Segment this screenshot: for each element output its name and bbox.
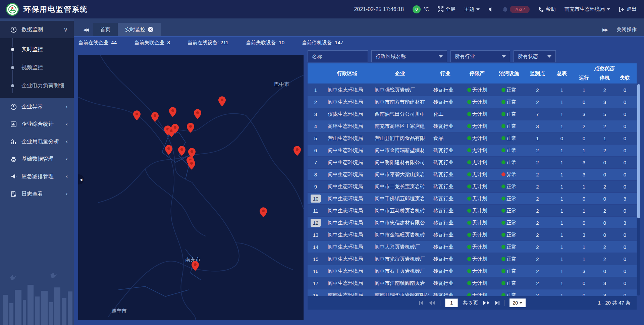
bullet-dot-icon: [10, 65, 15, 70]
cell-company: 阆中市金博瑞新型墙材: [371, 145, 429, 156]
map-panel[interactable]: 巴中市南充市遂宁市 ◀: [78, 55, 304, 320]
first-page-button[interactable]: [419, 301, 424, 305]
sidebar-item-enterprise-abnormal[interactable]: 企业异常‹: [0, 98, 74, 115]
status-green-icon: [501, 100, 505, 104]
industry-select[interactable]: 所有行业: [450, 50, 510, 62]
sidebar-item-power-usage-analysis[interactable]: 企业用电量分析‹: [0, 133, 74, 150]
cell-stopped-count: 0: [594, 169, 615, 180]
map-marker-icon[interactable]: [187, 123, 194, 133]
table-row[interactable]: 17阆中生态环境局阆中市江南镇阆南页岩砖瓦行业无计划正常21030: [308, 277, 637, 289]
status-green-icon: [501, 281, 505, 285]
cell-index: 7: [308, 157, 324, 168]
table-row[interactable]: 18南部生态环境局南部县瑞华页岩砖有限公砖瓦行业无计划正常21030: [308, 289, 637, 296]
megaphone-icon: [10, 173, 17, 180]
cell-run-count: 1: [574, 145, 594, 156]
map-marker-icon[interactable]: [194, 109, 201, 119]
map-city-label: 遂宁市: [112, 308, 127, 314]
sidebar-subitem-video-monitor[interactable]: 视频监控: [0, 58, 74, 76]
table-row[interactable]: 15阆中生态环境局阆中市光富页岩机砖厂砖瓦行业无计划正常21120: [308, 253, 637, 265]
sidebar-item-emergency-reduction[interactable]: 应急减排管理‹: [0, 168, 74, 185]
page-number-input[interactable]: [445, 299, 458, 307]
fullscreen-button[interactable]: 全屏: [438, 6, 455, 12]
table-row[interactable]: 14阆中生态环境局阆中大兴页岩机砖厂砖瓦行业无计划正常21120: [308, 241, 637, 253]
tab-bar: ◀◀ 首页实时监控✕ ▶▶ 关闭操作: [74, 18, 644, 36]
table-row[interactable]: 12阆中生态环境局阆中市忠信建材有限公砖瓦行业无计划正常21003: [308, 217, 637, 228]
column-header-region: 行政区域: [324, 63, 371, 84]
sidebar-item-enterprise-stats[interactable]: 企业综合统计‹: [0, 115, 74, 133]
close-icon[interactable]: ✕: [148, 27, 153, 32]
table-row[interactable]: 4高坪生态环境局南充市高坪区王家店建砖瓦行业无计划正常31220: [308, 120, 637, 132]
cell-lost-count: 0: [615, 241, 635, 253]
chart-icon: [10, 139, 17, 145]
map-marker-icon[interactable]: [192, 261, 199, 271]
page-size-select[interactable]: 20: [509, 299, 526, 307]
map-marker-icon[interactable]: [188, 160, 195, 170]
logout-button[interactable]: 退出: [619, 6, 637, 12]
chevron-left-icon: ‹: [66, 156, 68, 162]
logout-icon: [619, 7, 625, 12]
map-marker-icon[interactable]: [165, 145, 172, 155]
chevron-down-icon: [439, 55, 443, 58]
map-marker-icon[interactable]: [260, 207, 267, 217]
table-row[interactable]: 3仪陇生态环境局西南油气田分公司川中化工无计划正常71350: [308, 108, 637, 120]
status-green-icon: [467, 136, 471, 140]
help-button[interactable]: 帮助: [538, 6, 556, 12]
status-green-icon: [501, 160, 505, 164]
table-row[interactable]: 9阆中生态环境局阆中市二龙长宝页岩砖砖瓦行业无计划正常21120: [308, 181, 637, 192]
table-row[interactable]: 6阆中生态环境局阆中市金博瑞新型墙材砖瓦行业无计划正常21120: [308, 145, 637, 156]
notifications-button[interactable]: 2632: [502, 6, 530, 13]
cell-stopped-count: 2: [594, 241, 615, 253]
sidebar-item-data-monitor[interactable]: 数据监测∨: [0, 21, 74, 38]
prev-page-button[interactable]: [429, 301, 435, 305]
map-marker-icon[interactable]: [169, 107, 176, 117]
table-row[interactable]: 8阆中生态环境局阆中市枣碧大梁山页岩砖瓦行业无计划异常21300: [308, 169, 637, 180]
region-select[interactable]: 行政区域名称: [371, 50, 447, 62]
table-scrollbar[interactable]: [637, 84, 640, 295]
table-row[interactable]: 2阆中生态环境局阆中市南方节能建材有砖瓦行业无计划正常21030: [308, 96, 637, 108]
tab-realtime[interactable]: 实时监控✕: [118, 23, 161, 36]
last-page-button[interactable]: [494, 301, 500, 305]
cell-run-count: 3: [574, 169, 594, 180]
next-page-button[interactable]: [483, 301, 490, 305]
theme-dropdown[interactable]: 主题: [464, 6, 480, 12]
cell-run-count: 1: [574, 205, 594, 216]
app-window: 环保用电监管系统 2021-02-25 17:46:18 0 ℃ 全屏 主题: [0, 0, 644, 325]
table-row[interactable]: 7阆中生态环境局阆中明阳建材有限公司砖瓦行业无计划正常21300: [308, 157, 637, 168]
map-marker-icon[interactable]: [171, 124, 179, 134]
cell-run-count: 0: [574, 132, 594, 144]
table-row[interactable]: 1阆中生态环境局阆中强锐页岩砖厂砖瓦行业无计划正常21120: [308, 84, 637, 96]
map-marker-icon[interactable]: [133, 110, 141, 120]
close-operations-button[interactable]: 关闭操作: [616, 26, 637, 33]
table-row[interactable]: 13阆中生态环境局阆中市金福旺页岩机砖砖瓦行业无计划正常21300: [308, 229, 637, 240]
mute-button[interactable]: [488, 7, 494, 12]
tabs-scroll-left-button[interactable]: ◀◀: [78, 23, 93, 36]
user-dropdown[interactable]: 南充市生态环境局: [565, 6, 610, 12]
sidebar-subitem-realtime-monitor[interactable]: 实时监控: [0, 40, 74, 58]
map-marker-icon[interactable]: [178, 146, 185, 156]
map-marker-icon[interactable]: [293, 146, 301, 156]
cell-region: 阆中生态环境局: [324, 217, 371, 228]
cell-region: 阆中生态环境局: [324, 205, 371, 216]
tab-home[interactable]: 首页: [93, 23, 118, 36]
column-header-total: 总表: [550, 63, 574, 84]
status-green-icon: [467, 233, 471, 237]
sidebar-subitem-power-load-detail[interactable]: 企业电力负荷明细: [0, 76, 74, 95]
table-row[interactable]: 10阆中生态环境局阆中千佛镇五郎垭页岩砖瓦行业无计划正常21003: [308, 193, 637, 204]
map-marker-icon[interactable]: [218, 96, 226, 106]
cell-stop-plan: 无计划: [461, 229, 493, 240]
sidebar-group-enterprise-stats: 企业综合统计‹: [0, 115, 74, 133]
sidebar-group-power-usage-analysis: 企业用电量分析‹: [0, 133, 74, 150]
status-select[interactable]: 所有状态: [514, 50, 556, 62]
table-row[interactable]: 11阆中生态环境局阆中市五马桥页岩机砖砖瓦行业无计划正常21120: [308, 205, 637, 216]
table-row[interactable]: 5营山生态环境局营山县润丰肉食品有限食品无计划正常10010: [308, 132, 637, 144]
name-search-input[interactable]: [308, 50, 368, 62]
status-red-icon: [501, 172, 505, 176]
cell-industry: 食品: [429, 132, 461, 144]
tabs-scroll-right-button[interactable]: ▶▶: [602, 23, 607, 36]
map-marker-icon[interactable]: [151, 112, 159, 122]
cell-index: 2: [308, 96, 324, 108]
table-row[interactable]: 16阆中生态环境局阆中市石子页岩机砖厂砖瓦行业无计划正常21300: [308, 265, 637, 277]
sidebar-item-base-data-mgmt[interactable]: 基础数据管理‹: [0, 150, 74, 168]
sidebar-item-log-view[interactable]: 日志查看‹: [0, 185, 74, 203]
cell-industry: 砖瓦行业: [429, 277, 461, 289]
